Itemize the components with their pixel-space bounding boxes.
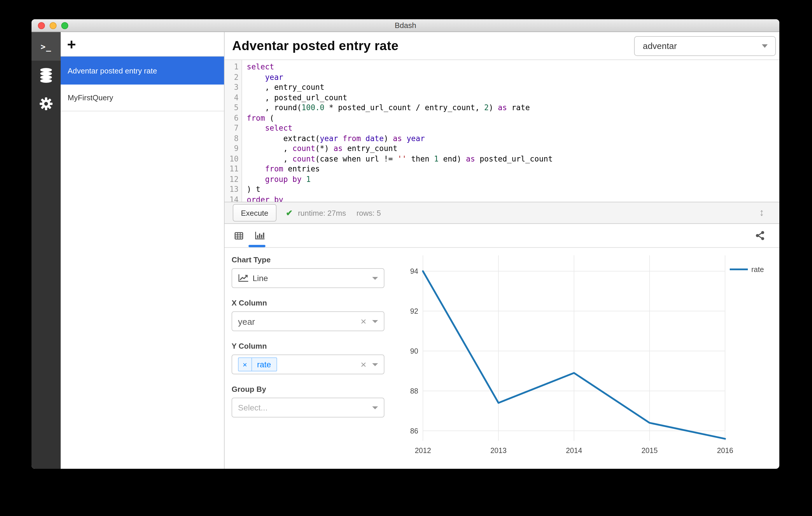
zoom-window-button[interactable] [61,22,68,29]
minimize-window-button[interactable] [50,22,57,29]
line-number: 14 [225,194,239,202]
line-number: 11 [225,164,239,174]
line-number: 9 [225,144,239,154]
y-column-tag: × rate [238,357,277,371]
chart-type-label: Chart Type [232,255,384,264]
share-icon [755,230,765,241]
clear-icon[interactable]: × [360,360,366,369]
database-icon [40,67,53,83]
execute-toolbar: Execute ✔ runtime: 27ms rows: 5 ↕ [225,202,779,224]
line-number-gutter: 1234567891011121314 [225,60,242,202]
y-column-label: Y Column [232,342,384,351]
code-line: from entries [247,164,779,174]
line-number: 6 [225,113,239,123]
resize-handle-icon[interactable]: ↕ [759,207,764,219]
chevron-down-icon [372,363,378,366]
code-line: from ( [247,113,779,123]
line-number: 5 [225,102,239,113]
code-line: select [247,123,779,133]
bdash-window: Bdash >_ [31,19,779,469]
window-title: Bdash [395,21,416,30]
code-line: , count(*) as entry_count [247,144,779,154]
line-number: 4 [225,92,239,102]
y-tick-label: 92 [410,307,418,315]
query-list-item[interactable]: Adventar posted entry rate [61,57,224,85]
success-check-icon: ✔ [286,208,293,217]
code-line: , round(100.0 * posted_url_count / entry… [247,102,779,113]
chevron-down-icon [372,277,378,280]
chart-type-value: Line [253,273,268,283]
activity-bar: >_ [31,32,61,469]
code-line: order by [247,194,779,202]
line-number: 8 [225,133,239,144]
line-number: 2 [225,72,239,82]
chart-section: Chart Type Line [225,248,779,469]
x-column-label: X Column [232,299,384,307]
chevron-down-icon [762,44,768,48]
nav-queries-terminal[interactable]: >_ [31,32,61,61]
code-line: extract(year from date) as year [247,133,779,144]
y-column-tag-label: rate [252,358,276,371]
gear-icon [40,97,53,110]
desktop: Bdash >_ [0,0,812,516]
result-tabs [225,224,779,248]
main-header: Adventar posted entry rate adventar [225,32,779,60]
close-window-button[interactable] [38,22,45,29]
group-by-placeholder: Select... [238,403,267,412]
chart-controls: Chart Type Line [225,248,384,469]
data-source-select[interactable]: adventar [634,36,776,56]
code-line: select [247,62,779,72]
nav-settings[interactable] [31,89,61,118]
query-list-item[interactable]: MyFirstQuery [61,85,224,111]
code-line: group by 1 [247,174,779,184]
x-tick-label: 2015 [641,446,658,454]
nav-data-sources[interactable] [31,61,61,89]
x-tick-label: 2016 [717,446,733,454]
code-line: , entry_count [247,82,779,92]
bar-chart-icon [255,232,265,240]
runtime-status: runtime: 27ms [298,208,346,217]
sql-editor[interactable]: 1234567891011121314 select year , entry_… [225,60,779,202]
tab-table[interactable] [234,224,243,247]
line-number: 12 [225,174,239,184]
line-number: 10 [225,154,239,164]
x-column-value: year [238,316,255,326]
y-column-select[interactable]: × rate × [232,355,384,374]
y-tick-label: 94 [410,267,418,275]
code-line: , posted_url_count [247,92,779,102]
line-number: 1 [225,62,239,72]
tab-chart[interactable] [255,224,265,247]
execute-button[interactable]: Execute [233,204,277,221]
remove-tag-icon[interactable]: × [239,358,252,371]
y-tick-label: 90 [410,347,418,355]
line-number: 3 [225,82,239,92]
table-icon [234,232,243,239]
active-tab-indicator [249,245,265,247]
x-column-select[interactable]: year × [232,311,384,331]
group-by-select[interactable]: Select... [232,398,384,418]
title-bar[interactable]: Bdash [31,19,779,32]
chevron-down-icon [372,320,378,323]
main-panel: Adventar posted entry rate adventar 1234… [225,32,779,469]
clear-icon[interactable]: × [360,316,366,326]
query-list-header: + [61,32,224,57]
line-chart[interactable]: 868890929420122013201420152016rate [400,248,779,458]
query-list-panel: + Adventar posted entry rateMyFirstQuery [61,32,225,469]
rows-status: rows: 5 [356,208,381,217]
data-source-value: adventar [635,41,677,51]
legend-label[interactable]: rate [751,265,764,273]
line-chart-icon [238,274,249,282]
group-by-label: Group By [232,385,384,394]
line-number: 13 [225,184,239,194]
chevron-down-icon [372,406,378,409]
page-title: Adventar posted entry rate [232,38,399,53]
share-button[interactable] [755,230,765,241]
code-line: year [247,72,779,82]
sql-code[interactable]: select year , entry_count , posted_url_c… [242,60,779,202]
add-query-button[interactable]: + [67,38,76,50]
line-number: 7 [225,123,239,133]
chart-type-select[interactable]: Line [232,268,384,288]
code-line: ) t [247,184,779,194]
y-tick-label: 88 [410,387,418,395]
x-tick-label: 2014 [566,446,582,454]
